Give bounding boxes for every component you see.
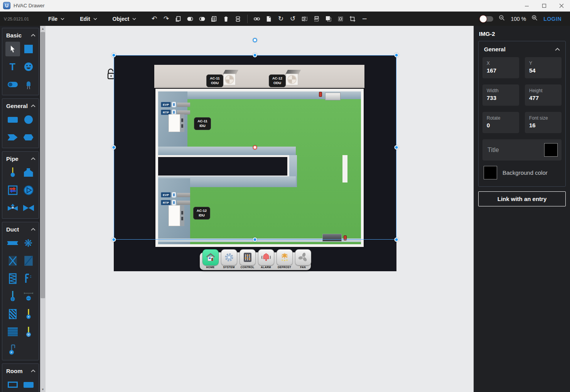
rotate-ccw-button[interactable]: ↺ (288, 14, 298, 24)
rotate-cw-button[interactable]: ↻ (276, 14, 286, 24)
alarm-bell-icon (261, 252, 271, 262)
section-general-header[interactable]: General (5, 101, 36, 112)
general-section-header[interactable]: General (482, 46, 562, 57)
rotate-handle[interactable] (253, 38, 257, 42)
room-outline-tool[interactable] (5, 377, 20, 392)
pipe-probe-tool[interactable]: F (5, 342, 20, 357)
pipe-sensor-tool[interactable] (5, 165, 20, 180)
filter-tool[interactable] (5, 307, 20, 321)
menu-edit[interactable]: Edit (78, 14, 99, 24)
actuated-valve-tool[interactable] (5, 201, 20, 215)
arrow-pentagon-tool[interactable] (5, 130, 20, 145)
resize-handle-w[interactable] (112, 145, 116, 150)
drawing-canvas[interactable]: AC-11 ODU AC-12 ODU (46, 26, 474, 392)
tank-tool[interactable] (21, 165, 36, 180)
undo-button[interactable]: ↶ (149, 14, 159, 24)
bring-to-front-button[interactable] (324, 14, 334, 24)
collapse-toolbar-button[interactable]: − (359, 14, 369, 24)
resize-handle-ne[interactable] (395, 53, 399, 57)
crop-button[interactable] (347, 14, 358, 24)
duct-probe-tool[interactable] (21, 289, 36, 304)
circle-tool[interactable] (21, 112, 36, 127)
copy-style-button[interactable] (209, 14, 219, 24)
scroll-up-icon[interactable]: ▲ (40, 26, 46, 31)
emoji-tool[interactable] (21, 59, 36, 74)
louver-tool[interactable] (5, 324, 20, 339)
sidebar-scrollbar[interactable]: ▲ ▼ (40, 26, 46, 392)
damper-cross-tool[interactable] (5, 253, 20, 268)
section-room-header[interactable]: Room (5, 366, 36, 377)
toggle-tool[interactable] (5, 77, 20, 92)
resize-handle-s[interactable] (253, 238, 257, 242)
pump-tool[interactable] (21, 183, 36, 198)
theme-toggle[interactable] (480, 16, 493, 22)
duct-flag-tool[interactable] (21, 271, 36, 286)
delete-button[interactable] (221, 14, 231, 24)
rectangle-tool[interactable] (5, 112, 20, 127)
flip-horizontal-button[interactable] (300, 14, 310, 24)
scroll-down-icon[interactable]: ▼ (40, 387, 46, 392)
app-title: HVAC Drawer (13, 3, 45, 8)
link-with-entry-button[interactable]: Link with an entry (478, 191, 566, 206)
heat-exchanger-tool[interactable] (5, 183, 20, 198)
distribute-vertical-button[interactable] (233, 14, 243, 24)
close-button[interactable] (553, 0, 570, 11)
menu-object[interactable]: Object (110, 14, 139, 24)
redo-button[interactable]: ↷ (161, 14, 171, 24)
valve-tool[interactable] (21, 201, 36, 215)
font-size-field[interactable]: Font size 16 (525, 112, 562, 133)
plan-nav-system: SYSTEM (220, 249, 238, 269)
room-filled-tool[interactable] (21, 377, 36, 392)
duct-sensor-tool[interactable] (5, 289, 20, 304)
height-field[interactable]: Height 477 (525, 84, 562, 106)
thermometer-tool[interactable] (21, 307, 36, 321)
zoom-level[interactable]: 100 % (511, 16, 526, 22)
resize-handle-sw[interactable] (112, 238, 116, 242)
y-field[interactable]: Y 54 (525, 57, 562, 78)
led-tool[interactable] (21, 77, 36, 92)
section-pipe-header[interactable]: Pipe (5, 154, 36, 165)
scrollbar-thumb[interactable] (40, 32, 45, 298)
send-to-back-button[interactable] (336, 14, 346, 24)
humidity-sensor-tool[interactable] (21, 324, 36, 339)
collapse-icon: − (362, 15, 367, 22)
title-input[interactable]: Title (482, 139, 562, 161)
zoom-out-button[interactable] (499, 15, 505, 23)
login-button[interactable]: LOGIN (543, 16, 562, 22)
select-tool[interactable] (5, 42, 20, 56)
title-color-swatch[interactable] (544, 143, 558, 157)
resize-handle-se[interactable] (395, 238, 399, 242)
flip-vertical-button[interactable] (312, 14, 322, 24)
fan-tool[interactable]: ❋ (21, 236, 36, 250)
background-color-swatch[interactable] (484, 166, 497, 179)
resize-handle-nw[interactable] (112, 53, 116, 57)
resize-handle-n[interactable] (253, 53, 257, 57)
object-center-point[interactable] (253, 145, 257, 150)
width-field[interactable]: Width 733 (482, 84, 519, 106)
square-tool[interactable] (21, 42, 36, 56)
zoom-in-button[interactable] (531, 15, 538, 23)
damper-zigzag-tool[interactable] (5, 271, 20, 286)
mask-right-button[interactable] (197, 14, 207, 24)
resize-handle-e[interactable] (395, 145, 399, 150)
text-tool[interactable]: T (5, 59, 20, 74)
mask-left-button[interactable] (185, 14, 195, 24)
window-titlebar: U HVAC Drawer (0, 0, 570, 12)
rotate-field[interactable]: Rotate 0 (482, 112, 519, 133)
floorplan-rooms: EVP RTP AC-11 IDU EVP (155, 89, 364, 247)
menu-file[interactable]: File (46, 14, 67, 24)
link-button[interactable] (252, 14, 262, 24)
section-duct-header[interactable]: Duct (5, 225, 36, 236)
x-field[interactable]: X 167 (482, 57, 519, 78)
minimize-button[interactable] (518, 0, 535, 11)
tank-icon (24, 168, 33, 177)
hexagon-icon (24, 134, 34, 140)
section-basic-header[interactable]: Basic (5, 30, 36, 42)
odu-label: AC-12 ODU (269, 74, 286, 87)
duct-segment-tool[interactable] (5, 236, 20, 250)
paste-button[interactable] (264, 14, 274, 24)
maximize-button[interactable] (535, 0, 553, 11)
duplicate-button[interactable] (173, 14, 183, 24)
hexagon-tool[interactable] (21, 130, 36, 145)
damper-blade-tool[interactable] (21, 253, 36, 268)
